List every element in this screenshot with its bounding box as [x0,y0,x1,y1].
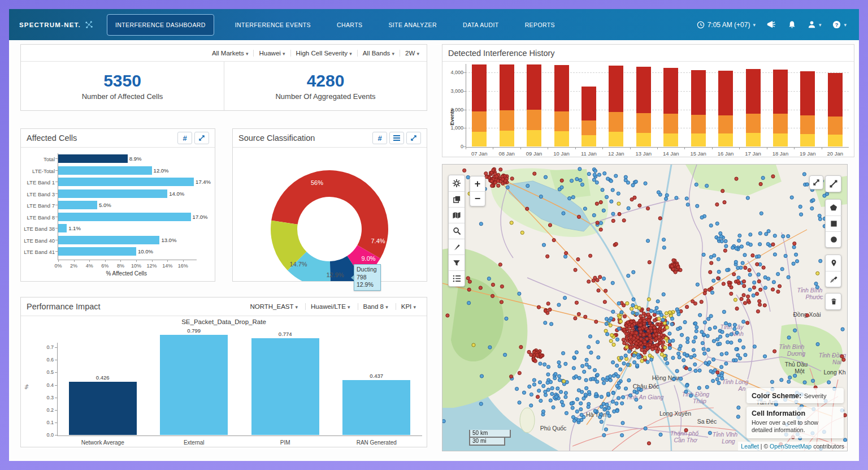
stack-segment-high[interactable] [554,65,569,111]
legend-button[interactable] [449,270,465,286]
bar-lte-band-40[interactable] [58,236,159,244]
user-menu[interactable]: ▾ [808,20,822,29]
filter-button[interactable] [449,255,465,270]
stack-segment-high[interactable] [527,64,541,110]
expand-button[interactable] [194,132,209,144]
menu-button[interactable] [389,132,404,144]
leaflet-link[interactable]: Leaflet [741,443,759,450]
stack-segment-medium[interactable] [527,110,541,130]
bar-total[interactable] [58,154,128,163]
tab-site-analyzer[interactable]: SITE ANALYZER [381,17,444,33]
stack-segment-low[interactable] [609,132,623,146]
announcements-button[interactable] [767,20,776,29]
search-button[interactable] [449,223,465,239]
brand-logo[interactable]: SPECTRUM-NET. [9,20,101,29]
stack-segment-medium[interactable] [609,112,623,132]
table-view-button[interactable]: # [372,132,387,144]
edit-layers-button[interactable] [826,271,841,287]
stack-segment-low[interactable] [746,133,761,146]
stack-segment-medium[interactable] [718,115,733,133]
stack-segment-low[interactable] [581,135,596,146]
basemap-button[interactable] [449,207,465,223]
stack-segment-high[interactable] [828,73,843,117]
table-view-button[interactable]: # [177,132,192,144]
stack-segment-medium[interactable] [636,113,651,133]
zoom-out-button[interactable]: − [470,191,485,206]
tab-interference-dashboard[interactable]: INTERFERENCE DASHBOARD [107,14,214,36]
stack-segment-medium[interactable] [773,114,788,133]
style-button[interactable] [449,239,465,255]
stack-segment-low[interactable] [554,131,569,146]
stack-segment-high[interactable] [636,67,651,113]
filter-all-bands[interactable]: All Bands ▾ [357,50,400,57]
stack-segment-low[interactable] [773,133,788,146]
filter-all-markets[interactable]: All Markets ▾ [207,50,254,57]
settings-button[interactable] [449,175,465,191]
map-expand-button[interactable] [810,176,823,189]
bar-lte-band-7[interactable] [58,201,97,209]
tab-data-audit[interactable]: DATA AUDIT [455,17,506,33]
dropdown-band-8[interactable]: Band 8 ▾ [358,303,393,310]
stack-segment-high[interactable] [663,68,678,114]
tab-interference-events[interactable]: INTERFERENCE EVENTS [228,17,318,33]
stack-segment-high[interactable] [581,87,596,121]
tab-reports[interactable]: REPORTS [518,17,562,33]
bar-lte-band-38[interactable] [58,224,67,232]
bar-lte-total[interactable] [58,166,152,175]
draw-polyline-button[interactable] [826,176,841,192]
stack-segment-low[interactable] [691,133,706,146]
filter-huawei[interactable]: Huawei ▾ [253,50,290,57]
stack-segment-high[interactable] [500,64,514,111]
expand-button[interactable] [406,132,421,144]
stack-segment-high[interactable] [800,71,815,115]
zoom-in-button[interactable]: + [470,176,485,191]
draw-rectangle-button[interactable] [826,215,841,231]
osm-link[interactable]: OpenStreetMap [770,443,811,450]
stack-segment-medium[interactable] [500,110,514,131]
bar-lte-band-1[interactable] [58,178,194,186]
stack-segment-medium[interactable] [800,115,815,135]
stack-segment-high[interactable] [472,64,487,111]
stack-segment-high[interactable] [718,71,733,115]
stack-segment-high[interactable] [773,70,788,114]
stack-segment-medium[interactable] [746,114,761,133]
stack-segment-medium[interactable] [554,111,569,131]
map-viewport[interactable]: Hồng NgựChâu ĐốcTỉnh An GiangTỉnh ĐồngTh… [442,165,847,451]
bar-external[interactable] [160,335,228,435]
help-menu[interactable]: ? ▾ [832,20,847,29]
stack-segment-medium[interactable] [828,117,843,135]
bar-lte-band-41[interactable] [58,247,136,256]
time-dropdown[interactable]: 7:05 AM (+07) ▾ [697,21,756,29]
dropdown-north_east[interactable]: NORTH_EAST ▾ [245,303,303,310]
bar-lte-band-8[interactable] [58,213,191,221]
bar-pim[interactable] [251,338,319,435]
stack-segment-medium[interactable] [663,114,678,133]
bar-ran-generated[interactable] [342,380,410,435]
delete-layers-button[interactable] [826,294,841,309]
stack-segment-medium[interactable] [581,120,596,135]
stack-segment-high[interactable] [609,66,623,112]
notifications-button[interactable] [788,20,796,29]
bar-network-average[interactable] [69,382,137,435]
stack-segment-low[interactable] [472,132,487,146]
layers-button[interactable] [449,191,465,207]
stack-segment-high[interactable] [691,70,706,115]
stack-segment-medium[interactable] [691,115,706,134]
stack-segment-high[interactable] [746,69,761,114]
draw-polygon-button[interactable] [826,200,841,215]
dropdown-kpi[interactable]: KPI ▾ [396,303,421,310]
filter-high-cell-severity[interactable]: High Cell Severity ▾ [290,50,357,57]
stack-segment-low[interactable] [800,134,815,146]
stack-segment-low[interactable] [636,133,651,146]
stack-segment-low[interactable] [663,133,678,146]
stack-segment-low[interactable] [500,131,514,146]
dropdown-huawei-lte[interactable]: Huawei/LTE ▾ [305,303,355,310]
stack-segment-medium[interactable] [472,111,487,132]
stack-segment-low[interactable] [527,130,541,146]
tab-charts[interactable]: CHARTS [329,17,370,33]
stack-segment-low[interactable] [718,133,733,146]
stack-segment-low[interactable] [828,135,843,146]
draw-marker-button[interactable] [826,255,841,271]
bar-lte-band-3[interactable] [58,189,167,198]
filter-2w[interactable]: 2W ▾ [400,50,424,57]
